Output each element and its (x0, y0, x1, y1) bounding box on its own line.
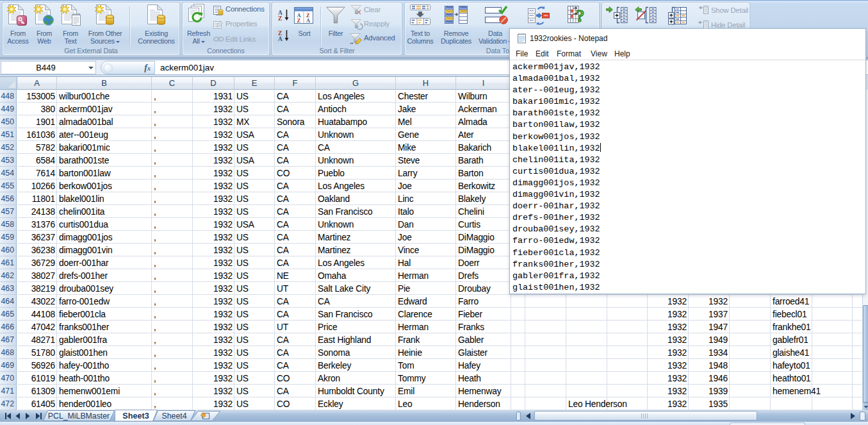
svg-text:Sheet3: Sheet3 (122, 412, 149, 421)
svg-text:?: ? (576, 6, 585, 26)
svg-text:Sheet4: Sheet4 (162, 412, 187, 421)
svg-text:Z: Z (297, 17, 301, 24)
svg-text:A: A (306, 17, 311, 24)
svg-text:PCL_MiLBMaster: PCL_MiLBMaster (48, 412, 110, 421)
svg-text:Z: Z (278, 15, 282, 22)
svg-text:A: A (278, 36, 283, 42)
